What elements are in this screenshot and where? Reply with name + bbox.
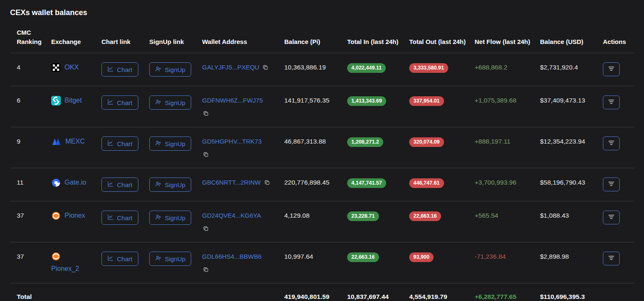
balance-pi-value: 141,917,576.35	[284, 97, 330, 104]
page-title: CEXs wallet balances	[10, 8, 634, 17]
row-actions-button[interactable]	[603, 136, 620, 150]
filter-icon	[608, 255, 615, 262]
chart-button[interactable]: Chart	[101, 252, 138, 266]
total-in-badge: 23,228.71	[347, 211, 379, 221]
row-actions-button[interactable]	[603, 62, 620, 76]
cmc-ranking-value: 4	[17, 64, 21, 71]
filter-icon	[608, 140, 615, 147]
balance-pi-value: 4,129.08	[284, 212, 309, 219]
total-label: Total	[17, 293, 32, 300]
total-in-badge: 1,413,343.69	[347, 96, 386, 106]
net-flow-value: +688,868.2	[475, 64, 507, 71]
total-out-badge: 22,663.16	[409, 211, 441, 221]
copy-icon[interactable]	[203, 152, 209, 159]
table-row: 9 MEXC Chart	[10, 127, 634, 168]
col-header-exchange: Exchange	[51, 25, 101, 53]
copy-icon[interactable]	[203, 111, 209, 118]
wallet-address-link[interactable]: GALYJFJ5...PXEQU	[202, 64, 259, 71]
col-header-balance-usd: Balance (USD)	[540, 25, 603, 53]
filter-icon	[608, 99, 615, 106]
user-plus-icon	[155, 181, 161, 188]
cmc-ranking-value: 9	[17, 138, 21, 145]
total-net-flow: +6,282,777.65	[475, 293, 517, 300]
user-plus-icon	[155, 66, 161, 73]
signup-button[interactable]: SignUp	[149, 95, 191, 110]
total-out-badge: 446,747.61	[409, 178, 444, 188]
exchange-link[interactable]: Pionex_2	[51, 264, 79, 274]
bitget-logo-icon	[51, 96, 61, 105]
copy-icon[interactable]	[203, 226, 209, 233]
chart-button[interactable]: Chart	[101, 62, 138, 77]
col-header-balance-pi: Balance (Pi)	[284, 25, 347, 53]
signup-button[interactable]: SignUp	[149, 252, 191, 266]
total-in-badge: 1,208,271.2	[347, 137, 383, 147]
chart-button[interactable]: Chart	[101, 178, 138, 192]
copy-icon[interactable]	[203, 267, 209, 274]
chart-button[interactable]: Chart	[101, 136, 138, 151]
filter-icon	[608, 214, 615, 221]
row-actions-button[interactable]	[603, 95, 620, 109]
line-chart-icon	[107, 140, 114, 147]
exchange-link[interactable]: Pionex	[65, 211, 85, 221]
col-header-signup-link: SignUp link	[149, 25, 202, 53]
chart-button-label: Chart	[117, 66, 132, 73]
wallet-address-link[interactable]: GDFNWH6Z...FWJ75	[202, 97, 263, 104]
col-header-wallet-address: Wallet Address	[202, 25, 284, 53]
balance-pi-value: 10,997.64	[284, 253, 313, 260]
chart-button[interactable]: Chart	[101, 211, 138, 225]
header-row: CMC Ranking Exchange Chart link SignUp l…	[10, 25, 634, 53]
okx-logo-icon	[51, 63, 61, 72]
exchange-link[interactable]: Gate.io	[65, 178, 86, 188]
total-balance-usd: $110,696,395.3	[540, 293, 585, 300]
balance-pi-value: 220,776,898.45	[284, 179, 330, 186]
signup-button[interactable]: SignUp	[149, 178, 191, 192]
col-header-total-out: Total Out (last 24h)	[409, 25, 475, 53]
total-in-badge: 4,022,449.11	[347, 63, 386, 73]
chart-button-label: Chart	[117, 99, 132, 106]
signup-button-label: SignUp	[165, 181, 185, 188]
cmc-ranking-value: 37	[17, 253, 24, 260]
col-header-actions: Actions	[603, 25, 634, 53]
row-actions-button[interactable]	[603, 178, 620, 191]
col-header-total-in: Total In (last 24h)	[347, 25, 409, 53]
copy-icon[interactable]	[262, 64, 268, 72]
balance-usd-value: $2,731,920.4	[540, 64, 578, 71]
total-out-badge: 320,074.09	[409, 137, 444, 147]
net-flow-value: +3,700,993.96	[475, 179, 517, 186]
net-flow-value: +888,197.11	[475, 138, 510, 145]
balance-usd-value: $37,409,473.13	[540, 97, 585, 104]
exchange-link[interactable]: OKX	[65, 62, 79, 72]
filter-icon	[608, 181, 615, 188]
col-header-cmc-ranking: CMC Ranking	[10, 25, 51, 53]
table-row: 37 Pionex Chart	[10, 201, 634, 242]
row-actions-button[interactable]	[603, 211, 620, 224]
chart-button[interactable]: Chart	[101, 95, 138, 110]
balance-usd-value: $1,088.43	[540, 212, 569, 219]
wallet-address-link[interactable]: GDL66HS4...BBWB6	[202, 253, 262, 260]
chart-button-label: Chart	[117, 181, 132, 188]
line-chart-icon	[107, 255, 114, 262]
total-out-sum: 4,554,919.79	[409, 293, 447, 300]
cex-balances-table: CMC Ranking Exchange Chart link SignUp l…	[10, 25, 634, 301]
total-row: Total 419,940,801.59 10,837,697.44 4,554…	[10, 283, 634, 301]
net-flow-value: -71,236.84	[475, 253, 506, 260]
exchange-link[interactable]: Bitget	[65, 95, 82, 105]
signup-button[interactable]: SignUp	[149, 136, 191, 151]
gateio-logo-icon	[51, 178, 61, 188]
balance-pi-value: 46,867,313.88	[284, 138, 326, 145]
total-out-badge: 3,333,580.91	[409, 63, 448, 73]
signup-button[interactable]: SignUp	[149, 62, 191, 77]
cmc-ranking-value: 6	[17, 97, 21, 104]
copy-icon[interactable]	[264, 180, 270, 187]
signup-button-label: SignUp	[165, 140, 185, 147]
wallet-address-link[interactable]: GBC6NRTT...2RINW	[202, 179, 261, 186]
exchange-link[interactable]: MEXC	[65, 136, 85, 147]
row-actions-button[interactable]	[603, 252, 620, 265]
col-header-chart-link: Chart link	[101, 25, 149, 53]
wallet-address-link[interactable]: GD5HGPHV...TRK73	[202, 138, 262, 145]
signup-button[interactable]: SignUp	[149, 211, 191, 225]
mexc-logo-icon	[51, 137, 62, 147]
balance-usd-value: $2,898.98	[540, 253, 569, 260]
wallet-address-link[interactable]: GD24QVE4...KG6YA	[202, 212, 261, 219]
total-out-badge: 337,954.01	[409, 96, 444, 106]
